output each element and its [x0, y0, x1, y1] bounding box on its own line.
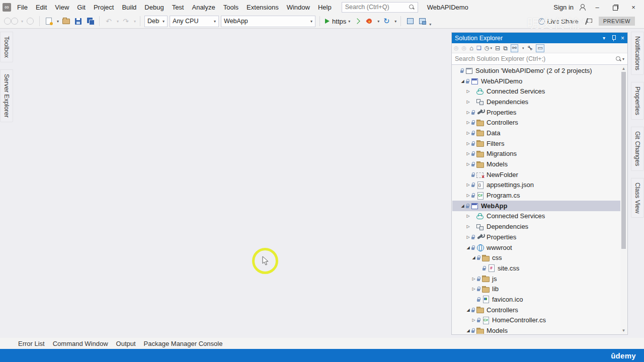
open-file-icon[interactable]	[62, 19, 70, 24]
scrollbar-thumb[interactable]	[621, 72, 626, 249]
sign-in-icon[interactable]	[579, 4, 586, 11]
tree-item-js[interactable]: ▷js	[452, 274, 620, 284]
menu-item-extensions[interactable]: Extensions	[243, 2, 283, 13]
tree-item-css[interactable]: ◢css	[452, 252, 620, 263]
tree-expander-icon[interactable]: ◢	[471, 255, 476, 260]
hot-reload-icon[interactable]	[367, 18, 372, 24]
show-all-files-icon[interactable]: ▭	[536, 44, 544, 52]
side-tab-server-explorer[interactable]: Server Explorer	[0, 69, 13, 122]
tree-expander-icon[interactable]: ▷	[465, 235, 471, 239]
solution-configuration-dropdown[interactable]: Debu ▾	[144, 16, 168, 27]
preview-selected-wrench-icon[interactable]: 🔧︎	[527, 44, 533, 52]
undo-icon[interactable]: ↶	[104, 16, 114, 27]
close-button[interactable]: ×	[627, 4, 640, 11]
tree-expander-icon[interactable]: ▷	[471, 287, 476, 291]
start-without-debugging-icon[interactable]	[355, 18, 360, 24]
tree-item-program-cs[interactable]: ▷Program.cs	[452, 190, 620, 201]
quick-search-box[interactable]: Search (Ctrl+Q)	[342, 2, 418, 13]
hot-reload-caret-icon[interactable]: ▾	[377, 19, 379, 24]
redo-icon[interactable]: ↷	[121, 16, 131, 27]
tree-item-connected-services[interactable]: ▷Connected Services	[452, 211, 620, 222]
menu-item-debug[interactable]: Debug	[140, 2, 168, 13]
home-icon[interactable]: ⌂	[469, 44, 473, 52]
feedback-icon[interactable]	[586, 18, 592, 25]
side-tab-class-view[interactable]: Class View	[631, 178, 644, 218]
browser-link-icon[interactable]	[419, 18, 426, 24]
tree-item-properties[interactable]: ▷Properties	[452, 107, 620, 118]
bottom-tab-package-manager-console[interactable]: Package Manager Console	[144, 340, 223, 347]
tree-item-newfolder[interactable]: NewFolder	[452, 169, 620, 180]
menu-item-tools[interactable]: Tools	[219, 2, 243, 13]
se-back-icon[interactable]: ◎	[454, 44, 459, 52]
side-tab-properties[interactable]: Properties	[631, 82, 644, 120]
menu-item-project[interactable]: Project	[90, 2, 118, 13]
navigate-back-icon[interactable]	[11, 18, 18, 25]
save-icon[interactable]	[75, 18, 82, 25]
tree-expander-icon[interactable]: ▷	[465, 89, 471, 94]
pin-icon[interactable]	[611, 35, 616, 41]
bottom-tab-command-window[interactable]: Command Window	[53, 340, 108, 347]
solution-explorer-header[interactable]: Solution Explorer ▾ ×	[452, 33, 627, 43]
tree-item-migrations[interactable]: ▷Migrations	[452, 149, 620, 159]
pending-changes-filter-icon[interactable]: ◷▾	[485, 44, 492, 52]
restart-caret-icon[interactable]: ▾	[394, 19, 396, 24]
sync-caret-icon[interactable]: ▾	[521, 44, 524, 52]
switch-views-icon[interactable]: ❏	[476, 44, 481, 52]
window-position-icon[interactable]: ▾	[603, 35, 605, 41]
tree-expander-icon[interactable]: ▷	[465, 162, 471, 166]
tree-item-models[interactable]: ◢Models	[452, 325, 620, 334]
side-tab-toolbox[interactable]: Toolbox	[0, 32, 13, 62]
tree-item-site-css[interactable]: site.css	[452, 263, 620, 274]
tree-item-wwwroot[interactable]: ◢wwwroot	[452, 242, 620, 253]
collapse-all-icon[interactable]: ⊟	[495, 44, 500, 52]
menu-item-edit[interactable]: Edit	[32, 2, 51, 13]
menu-item-git[interactable]: Git	[73, 2, 90, 13]
side-tab-git-changes[interactable]: Git Changes	[631, 127, 644, 170]
navigate-forward-icon[interactable]	[27, 18, 34, 25]
bottom-tab-output[interactable]: Output	[116, 340, 136, 347]
tree-item-dependencies[interactable]: ▷Dependencies	[452, 221, 620, 232]
tree-expander-icon[interactable]: ▷	[465, 151, 471, 156]
navigate-back-caret-icon[interactable]: ▾	[21, 19, 23, 24]
find-in-files-icon[interactable]	[407, 18, 414, 24]
tree-item-connected-services[interactable]: ▷Connected Services	[452, 86, 620, 97]
solution-explorer-scrollbar[interactable]: ▲ ▼	[620, 65, 627, 334]
tree-item-webapidemo[interactable]: ◢WebAPIDemo	[452, 76, 620, 86]
tree-item-homecontroller-cs[interactable]: ▷HomeController.cs	[452, 315, 620, 326]
properties-window-icon[interactable]: ⧉	[503, 44, 508, 52]
restore-button[interactable]	[613, 5, 618, 10]
tree-expander-icon[interactable]: ▷	[465, 193, 471, 198]
tree-item-appsettings-json[interactable]: ▷appsettings.json	[452, 180, 620, 191]
tree-expander-icon[interactable]: ▷	[465, 131, 471, 135]
tree-expander-icon[interactable]: ▷	[465, 214, 471, 218]
menu-item-help[interactable]: Help	[314, 2, 336, 13]
tree-expander-icon[interactable]: ▷	[465, 183, 471, 187]
live-share-button[interactable]: Live Share	[538, 18, 579, 25]
tree-item-models[interactable]: ▷Models	[452, 159, 620, 169]
tree-expander-icon[interactable]: ▷	[465, 100, 471, 104]
tree-expander-icon[interactable]: ◢	[465, 245, 471, 250]
scroll-up-icon[interactable]: ▲	[620, 66, 627, 71]
menu-item-window[interactable]: Window	[283, 2, 314, 13]
tree-item-controllers[interactable]: ◢Controllers	[452, 305, 620, 315]
tree-item-webapp[interactable]: ◢WebApp	[452, 201, 620, 211]
tree-expander-icon[interactable]: ▷	[465, 141, 471, 146]
tree-expander-icon[interactable]: ◢	[460, 79, 465, 83]
tree-expander-icon[interactable]: ◢	[465, 328, 471, 333]
sync-with-active-document-icon[interactable]: ⚯	[511, 44, 518, 52]
restart-icon[interactable]: ↻	[381, 16, 391, 27]
solution-explorer-search-box[interactable]: Search Solution Explorer (Ctrl+;) ▾	[452, 53, 627, 65]
tree-expander-icon[interactable]: ▷	[471, 277, 476, 281]
new-project-caret-icon[interactable]: ▾	[57, 19, 59, 24]
menu-item-test[interactable]: Test	[168, 2, 188, 13]
minimize-button[interactable]: –	[591, 4, 604, 11]
new-project-icon[interactable]	[46, 18, 52, 25]
menu-item-build[interactable]: Build	[118, 2, 140, 13]
tree-item-lib[interactable]: ▷lib	[452, 284, 620, 294]
redo-caret-icon[interactable]: ▾	[134, 19, 136, 24]
bottom-tab-error-list[interactable]: Error List	[18, 340, 45, 347]
tree-expander-icon[interactable]: ▷	[471, 318, 476, 322]
start-debugging-button[interactable]: https ▾	[325, 16, 350, 27]
tree-expander-icon[interactable]: ▷	[465, 120, 471, 125]
close-icon[interactable]: ×	[621, 35, 624, 42]
